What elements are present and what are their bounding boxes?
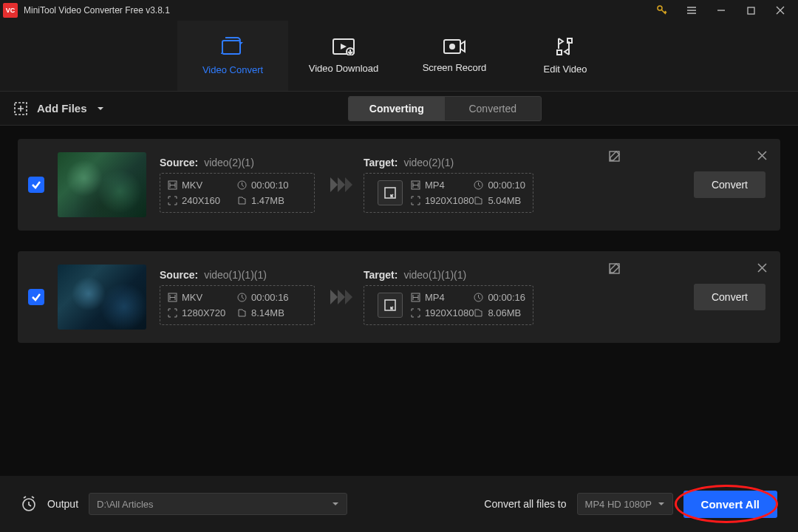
target-resolution: 1920X1080 (411, 307, 474, 318)
source-filename: video(2)(1) (204, 157, 254, 168)
source-column: Source: video(2)(1) MKV 00:00:10 240X160… (160, 157, 315, 213)
output-path-dropdown[interactable]: D:\All Articles (89, 493, 347, 515)
remove-task-icon[interactable] (757, 263, 767, 273)
tab-edit-video[interactable]: Edit Video (510, 21, 621, 91)
svg-rect-8 (567, 38, 572, 43)
titlebar: VC MiniTool Video Converter Free v3.8.1 (0, 0, 798, 21)
menu-icon[interactable] (677, 0, 706, 21)
target-label: Target: (364, 269, 398, 281)
source-resolution: 1280X720 (168, 307, 237, 318)
record-icon (443, 38, 466, 55)
output-path-value: D:\All Articles (97, 499, 154, 510)
source-format: MKV (168, 180, 237, 191)
chevron-down-icon (332, 500, 339, 508)
target-size: 8.06MB (474, 307, 525, 318)
app-logo: VC (3, 3, 18, 18)
edit-video-icon (556, 37, 575, 56)
svg-rect-2 (222, 41, 240, 54)
tab-label: Edit Video (543, 64, 587, 75)
key-icon[interactable] (647, 0, 677, 21)
tab-converting[interactable]: Converting (349, 97, 445, 120)
target-meta: MP4 00:00:10 1920X1080 5.04MB (364, 173, 533, 213)
download-icon (332, 38, 355, 55)
source-meta: MKV 00:00:10 240X160 1.47MB (160, 173, 315, 213)
remove-task-icon[interactable] (757, 151, 767, 160)
task-checkbox[interactable] (28, 177, 44, 193)
arrow-icon (328, 177, 350, 192)
maximize-button[interactable] (736, 0, 765, 21)
video-thumbnail[interactable] (58, 152, 146, 217)
target-filename: video(1)(1)(1) (403, 269, 466, 281)
video-thumbnail[interactable] (58, 265, 146, 330)
add-file-icon (13, 101, 28, 116)
source-resolution: 240X160 (168, 195, 237, 206)
task-list: Source: video(2)(1) MKV 00:00:10 240X160… (0, 126, 798, 356)
source-meta: MKV 00:00:16 1280X720 8.14MB (160, 285, 315, 325)
source-duration: 00:00:16 (237, 292, 307, 303)
minimize-button[interactable] (706, 0, 736, 21)
bottom-bar: Output D:\All Articles Convert all files… (0, 476, 798, 532)
tab-video-download[interactable]: Video Download (288, 21, 399, 91)
arrow-icon (328, 290, 350, 304)
tab-label: Video Download (309, 63, 378, 74)
convert-button[interactable]: Convert (694, 171, 765, 198)
chevron-down-icon (658, 500, 665, 508)
format-picker-button[interactable] (378, 180, 403, 205)
app-title: MiniTool Video Converter Free v3.8.1 (24, 5, 170, 16)
target-meta: MP4 00:00:16 1920X1080 8.06MB (364, 285, 533, 325)
check-icon (31, 180, 41, 190)
source-duration: 00:00:10 (237, 180, 307, 191)
tab-label: Video Convert (202, 64, 263, 75)
source-filename: video(1)(1)(1) (204, 269, 267, 281)
chevron-down-icon (96, 104, 105, 113)
conversion-status-tabs: Converting Converted (348, 96, 542, 121)
target-format: MP4 (411, 292, 474, 303)
task-row: Source: video(1)(1)(1) MKV 00:00:16 1280… (18, 251, 780, 343)
source-size: 1.47MB (237, 195, 307, 206)
toolbar: Add Files Converting Converted (0, 92, 798, 126)
clock-icon[interactable] (21, 496, 37, 512)
target-filename: video(2)(1) (403, 157, 454, 168)
source-label: Source: (160, 269, 198, 281)
add-files-label: Add Files (37, 102, 87, 115)
output-label: Output (47, 498, 78, 510)
tab-video-convert[interactable]: Video Convert (177, 21, 288, 91)
target-resolution: 1920X1080 (411, 195, 474, 206)
add-files-button[interactable]: Add Files (13, 101, 105, 116)
svg-rect-14 (385, 188, 395, 198)
target-size: 5.04MB (474, 195, 525, 206)
source-format: MKV (168, 292, 237, 303)
top-tabs: Video Convert Video Download Screen Reco… (0, 21, 798, 92)
convert-button[interactable]: Convert (694, 284, 765, 310)
close-window-button[interactable] (765, 0, 795, 21)
svg-rect-1 (748, 7, 754, 14)
target-column: Target: video(1)(1)(1) MP4 00:00:16 1920… (364, 269, 533, 325)
tab-label: Screen Record (423, 62, 487, 73)
convert-all-button[interactable]: Convert All (683, 491, 777, 518)
svg-rect-20 (385, 300, 395, 310)
format-picker-button[interactable] (378, 293, 403, 318)
target-format: MP4 (411, 180, 474, 191)
tab-converted[interactable]: Converted (445, 97, 541, 120)
svg-point-6 (450, 44, 454, 49)
target-column: Target: video(2)(1) MP4 00:00:10 1920X10… (364, 157, 533, 213)
target-label: Target: (364, 157, 398, 168)
target-duration: 00:00:16 (474, 292, 525, 303)
tab-screen-record[interactable]: Screen Record (399, 21, 510, 91)
source-label: Source: (160, 157, 198, 168)
convert-all-to-label: Convert all files to (484, 498, 566, 510)
task-row: Source: video(2)(1) MKV 00:00:10 240X160… (18, 139, 780, 231)
check-icon (31, 292, 41, 302)
svg-rect-7 (557, 50, 562, 55)
source-size: 8.14MB (237, 307, 307, 318)
convert-all-format-value: MP4 HD 1080P (585, 499, 652, 510)
convert-icon (221, 36, 245, 57)
edit-icon[interactable] (609, 151, 620, 162)
task-checkbox[interactable] (28, 289, 44, 305)
source-column: Source: video(1)(1)(1) MKV 00:00:16 1280… (160, 269, 315, 325)
target-duration: 00:00:10 (474, 180, 525, 191)
edit-icon[interactable] (609, 263, 620, 274)
convert-all-format-dropdown[interactable]: MP4 HD 1080P (577, 493, 673, 515)
